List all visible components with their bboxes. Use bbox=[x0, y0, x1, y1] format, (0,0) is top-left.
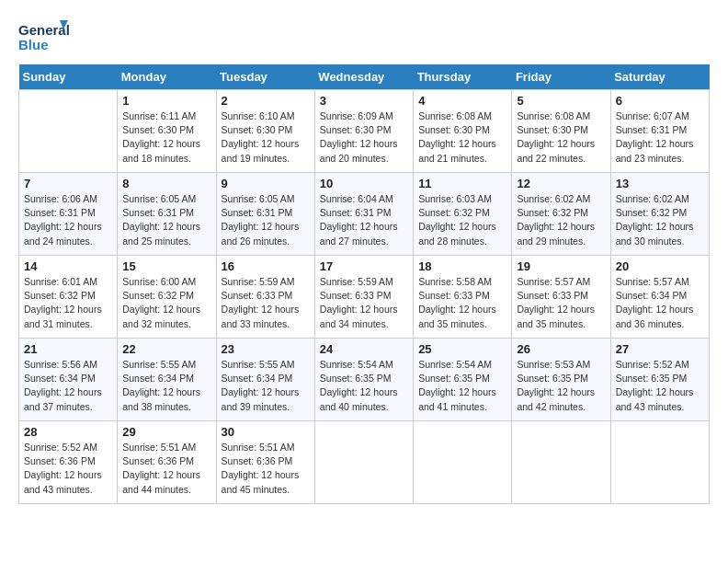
day-info: Sunrise: 5:51 AM Sunset: 6:36 PM Dayligh… bbox=[222, 441, 310, 497]
calendar-cell: 27Sunrise: 5:52 AM Sunset: 6:35 PM Dayli… bbox=[610, 339, 709, 421]
calendar-cell bbox=[19, 90, 118, 173]
day-number: 14 bbox=[24, 259, 112, 273]
day-info: Sunrise: 6:02 AM Sunset: 6:32 PM Dayligh… bbox=[517, 192, 605, 248]
day-number: 8 bbox=[122, 177, 210, 190]
calendar-cell: 13Sunrise: 6:02 AM Sunset: 6:32 PM Dayli… bbox=[610, 173, 709, 256]
day-info: Sunrise: 5:57 AM Sunset: 6:33 PM Dayligh… bbox=[517, 275, 605, 331]
day-info: Sunrise: 6:05 AM Sunset: 6:31 PM Dayligh… bbox=[222, 192, 310, 248]
day-number: 23 bbox=[222, 342, 310, 356]
day-number: 6 bbox=[616, 94, 704, 108]
calendar-cell: 5Sunrise: 6:08 AM Sunset: 6:30 PM Daylig… bbox=[512, 90, 610, 173]
day-number: 2 bbox=[222, 94, 310, 108]
day-number: 21 bbox=[24, 342, 112, 356]
day-info: Sunrise: 6:01 AM Sunset: 6:32 PM Dayligh… bbox=[24, 275, 112, 331]
day-info: Sunrise: 5:51 AM Sunset: 6:36 PM Dayligh… bbox=[122, 441, 210, 497]
day-number: 26 bbox=[517, 342, 605, 356]
day-info: Sunrise: 6:02 AM Sunset: 6:32 PM Dayligh… bbox=[616, 192, 704, 248]
logo-icon: GeneralBlue bbox=[18, 18, 69, 55]
day-info: Sunrise: 5:52 AM Sunset: 6:35 PM Dayligh… bbox=[616, 358, 704, 414]
weekday-header-thursday: Thursday bbox=[414, 64, 512, 90]
calendar-cell: 19Sunrise: 5:57 AM Sunset: 6:33 PM Dayli… bbox=[512, 256, 610, 339]
calendar-cell: 12Sunrise: 6:02 AM Sunset: 6:32 PM Dayli… bbox=[512, 173, 610, 256]
day-number: 25 bbox=[418, 342, 506, 356]
day-info: Sunrise: 5:57 AM Sunset: 6:34 PM Dayligh… bbox=[616, 275, 704, 331]
calendar-cell: 1Sunrise: 6:11 AM Sunset: 6:30 PM Daylig… bbox=[118, 90, 216, 173]
day-number: 7 bbox=[24, 177, 112, 190]
calendar-cell: 22Sunrise: 5:55 AM Sunset: 6:34 PM Dayli… bbox=[118, 339, 216, 421]
day-info: Sunrise: 5:55 AM Sunset: 6:34 PM Dayligh… bbox=[122, 358, 210, 414]
day-number: 10 bbox=[320, 177, 408, 190]
calendar-cell bbox=[610, 421, 709, 504]
calendar-cell bbox=[414, 421, 512, 504]
calendar-cell: 18Sunrise: 5:58 AM Sunset: 6:33 PM Dayli… bbox=[414, 256, 512, 339]
calendar-week-3: 14Sunrise: 6:01 AM Sunset: 6:32 PM Dayli… bbox=[19, 256, 710, 339]
logo: GeneralBlue bbox=[18, 18, 69, 55]
calendar-cell: 16Sunrise: 5:59 AM Sunset: 6:33 PM Dayli… bbox=[216, 256, 314, 339]
day-number: 4 bbox=[418, 94, 506, 108]
calendar-week-2: 7Sunrise: 6:06 AM Sunset: 6:31 PM Daylig… bbox=[19, 173, 710, 256]
day-info: Sunrise: 6:00 AM Sunset: 6:32 PM Dayligh… bbox=[122, 275, 210, 331]
calendar-week-1: 1Sunrise: 6:11 AM Sunset: 6:30 PM Daylig… bbox=[19, 90, 710, 173]
day-info: Sunrise: 5:59 AM Sunset: 6:33 PM Dayligh… bbox=[320, 275, 408, 331]
day-info: Sunrise: 6:10 AM Sunset: 6:30 PM Dayligh… bbox=[222, 109, 310, 166]
calendar-cell: 11Sunrise: 6:03 AM Sunset: 6:32 PM Dayli… bbox=[414, 173, 512, 256]
day-number: 30 bbox=[222, 425, 310, 439]
day-info: Sunrise: 6:03 AM Sunset: 6:32 PM Dayligh… bbox=[418, 192, 506, 248]
day-number: 15 bbox=[122, 259, 210, 273]
day-info: Sunrise: 6:08 AM Sunset: 6:30 PM Dayligh… bbox=[418, 109, 506, 166]
day-info: Sunrise: 6:09 AM Sunset: 6:30 PM Dayligh… bbox=[320, 109, 408, 166]
day-info: Sunrise: 6:08 AM Sunset: 6:30 PM Dayligh… bbox=[517, 109, 605, 166]
calendar-cell: 26Sunrise: 5:53 AM Sunset: 6:35 PM Dayli… bbox=[512, 339, 610, 421]
day-number: 16 bbox=[222, 259, 310, 273]
day-info: Sunrise: 5:56 AM Sunset: 6:34 PM Dayligh… bbox=[24, 358, 112, 414]
weekday-header-monday: Monday bbox=[118, 64, 216, 90]
svg-text:General: General bbox=[18, 22, 69, 38]
calendar-cell: 4Sunrise: 6:08 AM Sunset: 6:30 PM Daylig… bbox=[414, 90, 512, 173]
day-info: Sunrise: 6:11 AM Sunset: 6:30 PM Dayligh… bbox=[122, 109, 210, 166]
day-number: 12 bbox=[517, 177, 605, 190]
calendar-cell: 15Sunrise: 6:00 AM Sunset: 6:32 PM Dayli… bbox=[118, 256, 216, 339]
day-info: Sunrise: 5:59 AM Sunset: 6:33 PM Dayligh… bbox=[222, 275, 310, 331]
calendar-cell: 25Sunrise: 5:54 AM Sunset: 6:35 PM Dayli… bbox=[414, 339, 512, 421]
day-info: Sunrise: 6:05 AM Sunset: 6:31 PM Dayligh… bbox=[122, 192, 210, 248]
calendar-table: SundayMondayTuesdayWednesdayThursdayFrid… bbox=[18, 64, 710, 504]
calendar-cell: 23Sunrise: 5:55 AM Sunset: 6:34 PM Dayli… bbox=[216, 339, 314, 421]
day-number: 11 bbox=[418, 177, 506, 190]
calendar-cell: 29Sunrise: 5:51 AM Sunset: 6:36 PM Dayli… bbox=[118, 421, 216, 504]
calendar-cell: 30Sunrise: 5:51 AM Sunset: 6:36 PM Dayli… bbox=[216, 421, 314, 504]
day-number: 18 bbox=[418, 259, 506, 273]
day-number: 24 bbox=[320, 342, 408, 356]
day-info: Sunrise: 5:55 AM Sunset: 6:34 PM Dayligh… bbox=[222, 358, 310, 414]
svg-text:Blue: Blue bbox=[18, 37, 49, 52]
day-number: 13 bbox=[616, 177, 704, 190]
calendar-cell: 24Sunrise: 5:54 AM Sunset: 6:35 PM Dayli… bbox=[314, 339, 413, 421]
calendar-cell: 14Sunrise: 6:01 AM Sunset: 6:32 PM Dayli… bbox=[19, 256, 118, 339]
weekday-header-wednesday: Wednesday bbox=[314, 64, 413, 90]
calendar-cell: 17Sunrise: 5:59 AM Sunset: 6:33 PM Dayli… bbox=[314, 256, 413, 339]
calendar-cell bbox=[512, 421, 610, 504]
calendar-cell: 9Sunrise: 6:05 AM Sunset: 6:31 PM Daylig… bbox=[216, 173, 314, 256]
day-info: Sunrise: 5:54 AM Sunset: 6:35 PM Dayligh… bbox=[320, 358, 408, 414]
day-info: Sunrise: 5:52 AM Sunset: 6:36 PM Dayligh… bbox=[24, 441, 112, 497]
day-number: 27 bbox=[616, 342, 704, 356]
calendar-cell: 8Sunrise: 6:05 AM Sunset: 6:31 PM Daylig… bbox=[118, 173, 216, 256]
weekday-header-sunday: Sunday bbox=[19, 64, 118, 90]
day-number: 28 bbox=[24, 425, 112, 439]
day-info: Sunrise: 5:53 AM Sunset: 6:35 PM Dayligh… bbox=[517, 358, 605, 414]
calendar-cell: 28Sunrise: 5:52 AM Sunset: 6:36 PM Dayli… bbox=[19, 421, 118, 504]
day-number: 9 bbox=[222, 177, 310, 190]
calendar-cell: 21Sunrise: 5:56 AM Sunset: 6:34 PM Dayli… bbox=[19, 339, 118, 421]
day-info: Sunrise: 5:58 AM Sunset: 6:33 PM Dayligh… bbox=[418, 275, 506, 331]
weekday-header-saturday: Saturday bbox=[610, 64, 709, 90]
calendar-cell: 2Sunrise: 6:10 AM Sunset: 6:30 PM Daylig… bbox=[216, 90, 314, 173]
calendar-cell: 10Sunrise: 6:04 AM Sunset: 6:31 PM Dayli… bbox=[314, 173, 413, 256]
calendar-week-4: 21Sunrise: 5:56 AM Sunset: 6:34 PM Dayli… bbox=[19, 339, 710, 421]
day-number: 5 bbox=[517, 94, 605, 108]
weekday-header-tuesday: Tuesday bbox=[216, 64, 314, 90]
day-number: 20 bbox=[616, 259, 704, 273]
calendar-cell: 6Sunrise: 6:07 AM Sunset: 6:31 PM Daylig… bbox=[610, 90, 709, 173]
weekday-header-friday: Friday bbox=[512, 64, 610, 90]
day-info: Sunrise: 5:54 AM Sunset: 6:35 PM Dayligh… bbox=[418, 358, 506, 414]
day-info: Sunrise: 6:07 AM Sunset: 6:31 PM Dayligh… bbox=[616, 109, 704, 166]
day-number: 29 bbox=[122, 425, 210, 439]
